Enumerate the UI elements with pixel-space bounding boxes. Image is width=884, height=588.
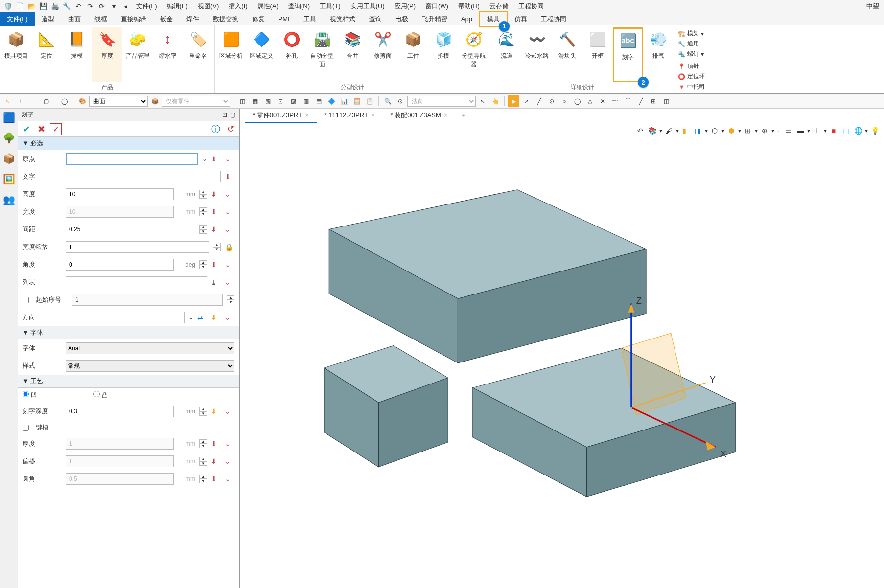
nav-icon[interactable]: ▾ xyxy=(108,1,119,12)
tab-tools[interactable]: 工具 xyxy=(297,12,323,26)
tb9[interactable]: 📊 xyxy=(338,95,350,107)
doc-tab-1[interactable]: * 11112.Z3PRT× xyxy=(317,109,383,122)
pick-icon-5[interactable]: ⬇ xyxy=(211,226,221,233)
btn-region-analysis[interactable]: 🟧区域分析 xyxy=(216,27,246,82)
tab-electrode[interactable]: 电极 xyxy=(389,12,415,26)
depth-input[interactable] xyxy=(66,406,174,417)
palette-icon[interactable]: 🎨 xyxy=(76,95,88,107)
close-icon[interactable]: × xyxy=(305,112,309,119)
tb21[interactable]: △ xyxy=(584,95,596,107)
btn-mold-project[interactable]: 📦模具项目 xyxy=(1,27,31,82)
tb18[interactable]: ⊙ xyxy=(546,95,558,107)
tb24[interactable]: ⌒ xyxy=(622,95,634,107)
vtb-layers[interactable]: 📚 xyxy=(647,125,658,136)
close-icon[interactable]: × xyxy=(371,112,375,119)
panel-close-icon[interactable]: ▢ xyxy=(230,112,235,118)
opts-icon-6[interactable]: ⌄ xyxy=(225,261,234,269)
pick-icon[interactable]: ⬇ xyxy=(211,155,221,163)
concave-radio[interactable] xyxy=(23,391,29,397)
play-icon[interactable]: ▶ xyxy=(508,95,519,107)
tb20[interactable]: ◯ xyxy=(571,95,583,107)
tb1[interactable]: ◫ xyxy=(236,95,248,107)
opts-icon-10[interactable]: ⌄ xyxy=(225,440,234,448)
doc-tab-2[interactable]: * 装配001.Z3ASM× xyxy=(382,109,455,123)
pick-icon-10[interactable]: ⬇ xyxy=(211,457,221,465)
filter-select-2[interactable]: 仅有零件 xyxy=(162,96,230,107)
btn-slider[interactable]: 🔨滑块头 xyxy=(552,27,582,82)
section-mandatory[interactable]: ▼ 必选 xyxy=(18,137,239,150)
tb16[interactable]: ↗ xyxy=(520,95,532,107)
tab-file[interactable]: 文件(F) xyxy=(0,12,35,26)
misc1-icon[interactable]: 🔧 xyxy=(61,1,72,12)
tb6[interactable]: ▥ xyxy=(300,95,312,107)
convex-radio[interactable] xyxy=(93,391,100,397)
height-spinner[interactable]: ▲▼ xyxy=(199,190,207,199)
close-icon[interactable]: × xyxy=(444,112,448,119)
tb25[interactable]: ╱ xyxy=(635,95,647,107)
tb22[interactable]: ✕ xyxy=(597,95,608,107)
filter-select-1[interactable]: 曲面 xyxy=(89,96,148,107)
side-cube-icon[interactable]: 🟦 xyxy=(2,111,16,124)
btn-region-define[interactable]: 🔷区域定义 xyxy=(246,27,277,82)
wscale-spinner[interactable]: ▲▼ xyxy=(213,243,221,251)
opts-icon-11[interactable]: ⌄ xyxy=(225,457,234,465)
cursor-icon[interactable]: ↖ xyxy=(2,95,14,107)
btn-draft[interactable]: 📙拔模 xyxy=(62,27,92,82)
save-icon[interactable]: 💾 xyxy=(38,1,48,12)
keyway-checkbox[interactable] xyxy=(23,425,29,431)
app-icon[interactable]: 🛡️ xyxy=(2,1,13,12)
tab-pmi[interactable]: PMI xyxy=(272,13,297,25)
tb12[interactable]: 🔍 xyxy=(382,95,394,107)
menu-collab[interactable]: 工程协同 xyxy=(513,0,549,13)
style-select[interactable]: 常规 xyxy=(66,360,234,372)
section-font[interactable]: ▼ 字体 xyxy=(18,326,239,339)
opts-icon-3[interactable]: ⌄ xyxy=(225,190,234,198)
btn-pocket[interactable]: ⬜开框 xyxy=(582,27,613,82)
vtb-bulb[interactable]: 💡 xyxy=(869,125,880,136)
reset-icon[interactable]: ↺ xyxy=(225,123,236,135)
menu-app[interactable]: 应用(P) xyxy=(390,0,420,13)
startnum-checkbox[interactable] xyxy=(23,297,29,303)
tab-repair[interactable]: 修复 xyxy=(245,12,272,26)
text-input[interactable] xyxy=(66,171,221,182)
apply-icon[interactable]: ✓ xyxy=(50,123,62,135)
btn-screw[interactable]: 🔩螺钉▾ xyxy=(678,50,705,58)
vtb-paint[interactable]: 🖌 xyxy=(664,125,675,136)
minus-icon[interactable]: － xyxy=(27,95,39,107)
tab-feisheng[interactable]: 飞升精密 xyxy=(415,12,454,26)
menu-utils[interactable]: 实用工具(U) xyxy=(346,0,390,13)
concave-radio-label[interactable]: 凹 xyxy=(23,391,37,400)
tab-dataexch[interactable]: 数据交换 xyxy=(206,12,245,26)
tab-collab2[interactable]: 工程协同 xyxy=(534,12,573,26)
vtb-red[interactable]: ■ xyxy=(828,125,839,136)
tab-query2[interactable]: 查询 xyxy=(362,12,389,26)
opts-icon-5[interactable]: ⌄ xyxy=(225,226,234,233)
tb8[interactable]: 🔷 xyxy=(326,95,337,107)
pick-icon-4[interactable]: ⬇ xyxy=(211,208,221,216)
spacing-spinner[interactable]: ▲▼ xyxy=(199,225,207,234)
back-icon[interactable]: ◂ xyxy=(120,1,131,12)
origin-input[interactable] xyxy=(66,153,198,165)
vtb-axis[interactable]: ⊥ xyxy=(812,125,822,136)
new-icon[interactable]: 📄 xyxy=(14,1,25,12)
cancel-icon[interactable]: ✖ xyxy=(35,123,47,135)
btn-support[interactable]: 🔻中托司 xyxy=(678,83,705,91)
vtb-plane2[interactable]: ▬ xyxy=(795,125,806,136)
depth-spinner[interactable]: ▲▼ xyxy=(199,407,207,416)
opts-icon-8[interactable]: ⌄ xyxy=(225,314,234,321)
dropdown-icon[interactable]: ⌄ xyxy=(202,156,207,162)
menu-window[interactable]: 窗口(W) xyxy=(420,0,453,13)
pick-icon-7[interactable]: ⬇ xyxy=(211,314,221,321)
tb23[interactable]: 〰 xyxy=(609,95,621,107)
tb5[interactable]: ▨ xyxy=(287,95,299,107)
add-icon[interactable]: ＋ xyxy=(15,95,26,107)
tab-sim[interactable]: 仿真 xyxy=(508,12,534,26)
tab-directedit[interactable]: 直接编辑 xyxy=(114,12,153,26)
tb3[interactable]: ▧ xyxy=(262,95,274,107)
pick-icon-3[interactable]: ⬇ xyxy=(211,190,221,198)
undo-icon[interactable]: ↶ xyxy=(73,1,84,12)
tab-mold[interactable]: 模具 1 xyxy=(479,11,508,27)
menu-file[interactable]: 文件(F) xyxy=(131,0,162,13)
vtb-wire[interactable]: ⬡ xyxy=(709,125,720,136)
opts-icon-9[interactable]: ⌄ xyxy=(225,407,234,415)
